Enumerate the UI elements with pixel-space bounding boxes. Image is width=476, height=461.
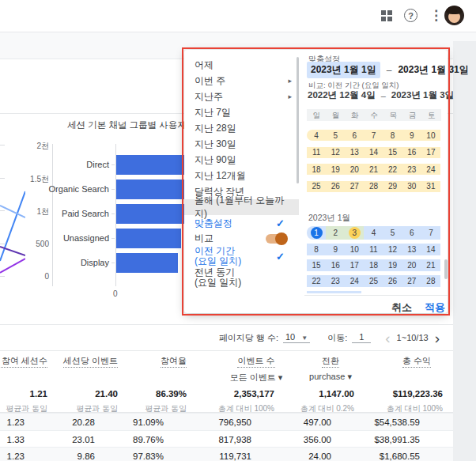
column-dimension-select[interactable]: purchase ▾ [283, 372, 378, 382]
table-header-cell-2[interactable]: 참여율 [161, 353, 187, 367]
rows-per-page-select[interactable]: 10 ▼ [283, 332, 310, 343]
calendar-day-cell[interactable]: 25 [364, 275, 383, 287]
column-label[interactable]: 용자당 참여 세션수 [0, 356, 47, 368]
calendar-day-cell[interactable]: 12 [326, 147, 345, 158]
calendar-day-cell[interactable]: 22 [307, 275, 326, 287]
calendar-day-cell[interactable]: 11 [364, 244, 383, 255]
next-page-icon[interactable]: › [432, 331, 443, 346]
help-icon[interactable]: ? [404, 9, 417, 22]
calendar-day-cell[interactable]: 20 [402, 259, 421, 271]
previous-page-icon[interactable]: ‹ [382, 331, 393, 346]
preset-item-4[interactable]: 지난 28일 [184, 120, 299, 136]
more-vertical-icon[interactable]: ⋮ [429, 9, 443, 22]
calendar-day-cell[interactable]: 28 [421, 275, 440, 287]
table-header-cell-0[interactable]: 용자당 참여 세션수 [0, 353, 47, 367]
preset-item-10[interactable]: 맞춤설정✓ [184, 215, 299, 231]
column-label[interactable]: 참여율 [161, 356, 187, 368]
calendar-day-cell[interactable]: 21 [364, 164, 383, 175]
calendar-day-cell[interactable]: 21 [421, 259, 440, 271]
apps-grid-icon[interactable] [381, 10, 392, 21]
table-header-cell-1[interactable]: 세션당 이벤트 [63, 353, 118, 367]
calendar-day-cell[interactable]: 12 [383, 244, 402, 255]
calendar-day-cell[interactable]: 15 [383, 147, 402, 158]
calendar-day-cell[interactable]: 3 [345, 226, 364, 240]
column-label[interactable]: 세션당 이벤트 [63, 356, 118, 368]
calendar-day-cell[interactable]: 8 [383, 130, 402, 141]
calendar-day-cell[interactable]: 5 [326, 130, 345, 141]
column-label[interactable]: 이벤트 수 [237, 356, 274, 368]
calendar-day-cell[interactable]: 28 [364, 181, 383, 192]
column-label[interactable]: 전환 [322, 356, 339, 368]
preset-item-9[interactable]: 올해 (1월부터 오늘까지) [184, 199, 299, 215]
calendar-day-cell[interactable]: 27 [345, 181, 364, 192]
calendar-day-cell[interactable]: 20 [345, 164, 364, 175]
calendar-day-cell[interactable]: 19 [383, 259, 402, 271]
calendar-day-cell[interactable]: 2 [326, 226, 345, 240]
calendar-day-cell[interactable]: 1 [307, 226, 326, 240]
calendar-day-cell[interactable]: 24 [345, 275, 364, 287]
submenu-arrow-icon: ▸ [288, 93, 292, 100]
calendar-day-cell[interactable]: 22 [383, 164, 402, 175]
calendar-day-cell[interactable]: 13 [402, 244, 421, 255]
calendar-day-cell[interactable]: 17 [345, 259, 364, 271]
calendar-day-cell[interactable]: 18 [364, 259, 383, 271]
calendar-day-cell[interactable]: 23 [326, 275, 345, 287]
preset-item-5[interactable]: 지난 30일 [184, 136, 299, 152]
calendar-day-cell[interactable]: 27 [402, 275, 421, 287]
calendar-day-cell[interactable]: 31 [421, 181, 440, 192]
calendar-day-cell[interactable]: 13 [345, 147, 364, 158]
calendar-day-cell[interactable]: 11 [307, 147, 326, 158]
preset-item-6[interactable]: 지난 90일 [184, 152, 299, 168]
calendar-scrollbar[interactable] [444, 259, 448, 279]
avatar[interactable] [444, 6, 464, 25]
column-label[interactable]: 총 수익 [402, 356, 431, 368]
compare-start-field[interactable]: 2022년 12월 4일 [308, 89, 376, 101]
page-scroll-gutter[interactable] [453, 41, 476, 461]
calendar-day-cell[interactable]: 7 [421, 226, 440, 240]
calendar-day-cell[interactable]: 5 [383, 226, 402, 240]
compare-option-1[interactable]: 전년 동기(요일 일치) [184, 266, 299, 289]
calendar-day-cell[interactable]: 30 [402, 181, 421, 192]
preset-item-2[interactable]: 지난주▸ [184, 89, 299, 104]
calendar-day-cell[interactable]: 6 [402, 226, 421, 240]
goto-page-input[interactable]: 1 [352, 332, 371, 343]
apply-button[interactable]: 적용 [425, 300, 445, 315]
calendar-day-cell[interactable]: 4 [364, 226, 383, 240]
calendar-day-cell[interactable]: 16 [402, 147, 421, 158]
calendar-day-cell[interactable]: 8 [307, 244, 326, 255]
calendar-day-cell[interactable]: 23 [402, 164, 421, 175]
calendar-day-cell[interactable]: 17 [421, 147, 440, 158]
calendar-day-cell[interactable]: 7 [364, 130, 383, 141]
preset-item-7[interactable]: 지난 12개월 [184, 168, 299, 183]
table-header-cell-5[interactable]: 총 수익 [402, 353, 431, 367]
calendar-day-cell[interactable]: 24 [421, 164, 440, 175]
calendar-day-cell[interactable]: 25 [307, 181, 326, 192]
calendar-day-cell[interactable]: 4 [307, 130, 326, 141]
calendar-day-cell[interactable]: 26 [326, 181, 345, 192]
calendar-day-cell[interactable]: 10 [421, 130, 440, 141]
calendar-day-cell[interactable]: 9 [326, 244, 345, 255]
compare-toggle[interactable] [266, 234, 286, 244]
calendar-day-cell[interactable]: 15 [307, 259, 326, 271]
menu-scrollbar[interactable] [297, 57, 299, 183]
cancel-button[interactable]: 취소 [391, 300, 412, 315]
table-header-cell-4[interactable]: 전환purchase ▾ [283, 353, 378, 382]
compare-end-field[interactable]: 2023년 1월 3일 [391, 89, 454, 101]
calendar-day-cell[interactable]: 29 [383, 181, 402, 192]
calendar-day-cell[interactable]: 10 [345, 244, 364, 255]
calendar-day-cell[interactable]: 9 [402, 130, 421, 141]
preset-item-0[interactable]: 어제 [184, 57, 299, 73]
preset-item-3[interactable]: 지난 7일 [184, 104, 299, 120]
compare-option-0[interactable]: 이전 기간(요일 일치)✓ [184, 246, 299, 266]
calendar-day-cell[interactable]: 19 [326, 164, 345, 175]
preset-item-1[interactable]: 이번 주▸ [184, 73, 299, 89]
calendar-day-cell[interactable]: 14 [421, 244, 440, 255]
calendar-day-cell[interactable]: 16 [326, 259, 345, 271]
calendar-day-cell[interactable]: 18 [307, 164, 326, 175]
range-end-field[interactable]: 2023년 1월 31일 [398, 63, 468, 77]
range-start-field[interactable]: 2023년 1월 1일 [307, 62, 380, 78]
calendar-day-cell[interactable]: 14 [364, 147, 383, 158]
calendar-day-cell[interactable]: 6 [345, 130, 364, 141]
calendar-day-cell[interactable]: 26 [383, 275, 402, 287]
table-cell: 23.01 [72, 435, 95, 444]
